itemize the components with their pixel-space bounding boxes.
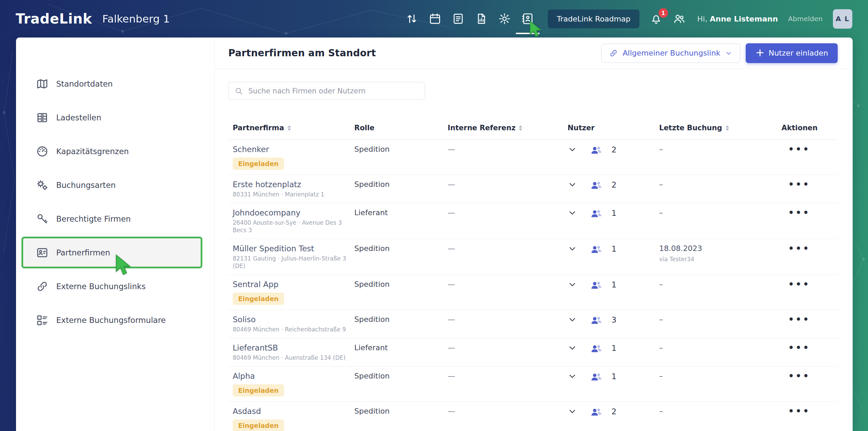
partner-name[interactable]: LieferantSB [233,343,348,353]
internal-reference: — [448,244,568,270]
table-row: Alpha Eingeladen Spedition — [228,367,838,402]
expand-users-chevron-icon[interactable] [568,315,577,324]
invite-users-button[interactable]: + Nutzer einladen [746,43,838,63]
sidebar-item-icon [36,280,49,293]
partner-address: 80469 München · Auenstraße 134 (DE) [233,354,348,361]
user-name: Anne Listemann [710,15,778,23]
row-actions-button[interactable]: ••• [788,208,810,218]
app-header: TradeLink Falkenberg 1 TradeLink Roadmap [0,0,868,38]
column-header[interactable]: Interne Referenz [448,124,568,132]
expand-users-chevron-icon[interactable] [568,208,577,218]
expand-users-chevron-icon[interactable] [568,343,577,353]
sort-icon[interactable] [519,125,522,131]
user-count: 3 [611,315,617,325]
users-icon [589,208,603,219]
table-row: Müller Spedition Test 82131 Gauting · Ju… [228,239,838,275]
search-input[interactable] [248,87,419,95]
partner-name[interactable]: Müller Spedition Test [233,244,348,253]
last-booking-date: – [659,280,781,289]
bell-icon[interactable]: 1 [650,12,663,25]
partner-name[interactable]: Johndoecompany [233,208,348,218]
column-header[interactable]: Aktionen [781,124,838,132]
column-header[interactable]: Partnerfirma [228,124,354,132]
calendar-icon[interactable] [429,12,441,25]
sidebar-item[interactable]: Kapazitätsgrenzen [16,134,214,168]
last-booking-date: – [659,371,781,381]
bookings-list-icon[interactable] [452,12,465,25]
user-count: 1 [611,280,617,290]
content-body: Partnerfirma Rolle Interne Referenz [215,69,853,431]
expand-users-chevron-icon[interactable] [568,145,577,154]
sort-icon[interactable] [288,125,291,131]
actions-cell: ••• [781,315,838,333]
roadmap-button[interactable]: TradeLink Roadmap [548,10,639,28]
sidebar-item[interactable]: Ladestellen [16,101,214,134]
sidebar-item[interactable]: Partnerfirmen [21,237,202,268]
partner-name[interactable]: Schenker [233,145,348,154]
sidebar-item[interactable]: Standortdaten [16,67,214,101]
user-count: 1 [611,208,617,218]
contacts-icon[interactable] [521,12,534,25]
sidebar: Standortdaten Ladestellen Kapazitätsgren… [16,38,215,431]
last-booking-cell: – [659,180,781,198]
sidebar-item-label: Ladestellen [56,113,101,122]
avatar[interactable]: A L [833,9,852,29]
booking-link-label: Allgemeiner Buchungslink [623,49,720,57]
table-row: Johndoecompany 26400 Aouste-sur-Sye · Av… [228,203,838,239]
users-cell: 1 [568,371,659,397]
users-icon [589,145,603,155]
column-header[interactable]: Letzte Buchung [659,124,781,132]
team-icon[interactable] [673,12,686,25]
table-row: Schenker Eingeladen Spedition — [228,140,838,175]
expand-users-chevron-icon[interactable] [568,180,577,189]
sidebar-item-label: Externe Buchungsformulare [56,316,166,325]
column-label: Aktionen [781,124,818,132]
expand-users-chevron-icon[interactable] [568,371,577,381]
partner-name[interactable]: Sentral App [233,280,348,289]
actions-cell: ••• [781,208,838,234]
settings-icon[interactable] [498,12,511,25]
sidebar-item-label: Standortdaten [56,79,113,88]
column-header[interactable]: Rolle [354,124,448,132]
sidebar-item[interactable]: Buchungsarten [16,168,214,202]
logout-link[interactable]: Abmelden [788,15,823,23]
partner-role: Spedition [354,244,448,270]
expand-users-chevron-icon[interactable] [568,244,577,253]
booking-link-button[interactable]: Allgemeiner Buchungslink [601,44,741,63]
sidebar-item-icon [36,179,49,192]
sidebar-item[interactable]: Externe Buchungslinks [16,269,214,303]
main-content: Partnerfirmen am Standort Allgemeiner Bu… [215,38,853,431]
brand-logo[interactable]: TradeLink [16,11,92,27]
row-actions-button[interactable]: ••• [788,371,810,381]
expand-users-chevron-icon[interactable] [568,406,577,416]
user-count: 2 [611,406,617,417]
sidebar-item[interactable]: Externe Buchungsformulare [16,303,214,337]
row-actions-button[interactable]: ••• [788,279,810,289]
partner-name[interactable]: Soliso [233,315,348,324]
partner-name[interactable]: Asdasd [233,406,348,416]
sidebar-item-label: Partnerfirmen [56,248,110,257]
sort-arrows-icon[interactable] [405,12,418,25]
user-count: 1 [611,371,617,382]
row-actions-button[interactable]: ••• [788,314,810,325]
row-actions-button[interactable]: ••• [788,406,810,416]
row-actions-button[interactable]: ••• [788,144,810,154]
column-header[interactable]: Nutzer [568,124,659,132]
expand-users-chevron-icon[interactable] [568,280,577,289]
row-actions-button[interactable]: ••• [788,243,810,254]
last-booking-cell: – [659,145,781,170]
partner-name[interactable]: Erste hotzenplatz [233,180,348,189]
last-booking-date: – [659,208,781,218]
users-cell: 1 [568,208,659,234]
partner-name[interactable]: Alpha [233,371,348,381]
row-actions-button[interactable]: ••• [788,343,810,353]
sidebar-item[interactable]: Berechtigte Firmen [16,202,214,236]
users-cell: 1 [568,343,659,361]
row-actions-button[interactable]: ••• [788,179,810,190]
users-icon [589,180,603,191]
location-name[interactable]: Falkenberg 1 [102,13,170,25]
sort-icon[interactable] [726,125,729,131]
user-count: 2 [611,145,617,155]
report-icon[interactable] [475,12,488,25]
partner-role: Spedition [354,406,448,431]
